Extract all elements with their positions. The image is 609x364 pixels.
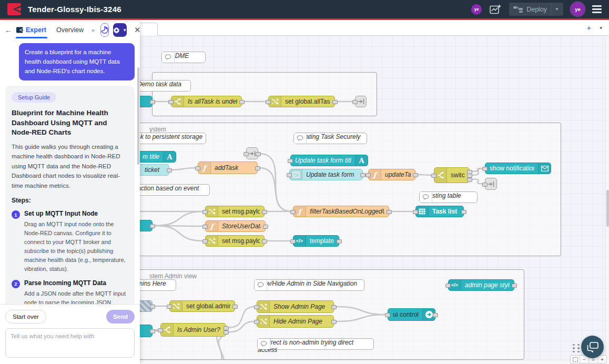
node-set-payload-1[interactable]: set msg.payload [205,206,265,217]
input-port[interactable] [431,174,437,178]
flow-group[interactable] [152,72,377,116]
output-port[interactable] [150,329,155,333]
vertical-scrollbar[interactable] [605,36,609,360]
comment-node[interactable]: README [161,52,206,63]
input-port[interactable] [266,100,271,104]
node-set-payload-2[interactable]: set msg.payload [205,235,265,247]
settings-dropdown-button[interactable]: ▼ [113,23,127,37]
node-is-alltask[interactable]: Is allTask is undefined [171,96,242,107]
input-port[interactable] [202,225,208,229]
comment-node[interactable]: sk to persistent storage [140,133,206,144]
node-store-user[interactable]: ƒStoreUserData [205,220,266,232]
panel-scrollbar-thumb[interactable] [137,67,139,165]
input-port[interactable] [290,239,296,244]
node-set-alltask[interactable]: set global.allTask [268,96,335,107]
input-port[interactable] [352,100,358,104]
input-port[interactable] [482,167,488,171]
output-port[interactable] [255,166,260,170]
node-link-out-2[interactable] [485,178,497,190]
node-add-task[interactable]: ƒaddTask [198,161,258,174]
output-port[interactable] [413,173,418,177]
deploy-caret-icon[interactable]: ▼ [555,7,559,12]
help-input[interactable] [5,328,135,358]
node-show-notif[interactable]: show notification [485,163,551,174]
add-flow-button[interactable]: + [587,24,591,32]
horizontal-scrollbar[interactable] [140,360,605,364]
output-port[interactable] [167,168,172,173]
node-ticket-cut[interactable]: ticket [140,164,169,176]
output-port[interactable] [331,305,337,309]
output-port[interactable] [461,210,466,214]
node-stub-top[interactable] [140,96,153,107]
output-port[interactable] [467,174,472,178]
output-port[interactable] [150,224,155,228]
output-port[interactable] [256,152,261,156]
tab-expert[interactable]: Expert [16,26,46,34]
input-port[interactable] [287,173,292,177]
usage-pie-button[interactable] [100,23,109,37]
output-port[interactable] [239,100,245,104]
output-port[interactable] [360,173,366,177]
input-port[interactable] [167,305,172,309]
node-show-admin[interactable]: Show Admin Page [257,300,334,313]
output-port[interactable] [332,100,338,104]
vertical-scrollbar-thumb[interactable] [606,190,609,227]
node-update-task[interactable]: ƒupdateTask [368,169,415,180]
node-set-admins[interactable]: set global.admins [169,300,235,312]
input-port[interactable] [254,320,259,324]
input-port[interactable] [202,210,208,214]
node-admin-style[interactable]: </>admin page style [448,279,514,291]
close-panel-icon[interactable]: ✕ [134,25,141,35]
more-tabs-chevrons-icon[interactable]: » [92,27,94,33]
input-port[interactable] [445,284,451,288]
node-hide-admin[interactable]: Hide Admin Page [257,315,334,328]
resize-grip-icon[interactable] [573,344,580,353]
assistant-chat-button[interactable] [581,336,604,358]
output-port[interactable] [263,225,268,229]
comment-node[interactable]: Show/Hide Admin in Side Navigation [254,279,364,291]
input-port[interactable] [290,210,296,214]
output-port[interactable] [150,305,155,309]
node-template[interactable]: </>template [293,235,339,247]
output-port[interactable] [224,330,229,335]
output-port[interactable] [150,100,155,104]
output-port[interactable] [331,320,337,324]
deploy-button[interactable]: Deploy ▼ [509,3,563,16]
output-port[interactable] [262,210,267,214]
send-button[interactable]: Send [106,310,135,323]
output-port[interactable] [337,239,342,244]
node-inject-stub[interactable] [140,300,153,312]
input-port[interactable] [202,239,208,244]
node-link-out-1[interactable] [355,96,367,107]
input-port[interactable] [243,152,249,156]
node-stub-bot[interactable] [140,325,153,337]
output-port[interactable] [512,284,517,288]
node-upd-form[interactable]: Update task form [289,169,363,180]
input-port[interactable] [385,313,390,317]
comment-node[interactable]: Redirect is non-admin trying direct acce… [257,338,374,350]
input-port[interactable] [413,210,418,214]
input-port[interactable] [158,328,163,332]
zoom-in-button[interactable]: + [597,356,606,363]
node-form-title-cut[interactable]: Am title [140,151,176,163]
node-ui-control[interactable]: ui control [388,308,435,321]
node-stub-mid[interactable] [140,220,153,231]
input-port[interactable] [195,166,200,170]
node-switch[interactable]: switch [434,167,470,183]
node-is-admin[interactable]: Is Admin User? [160,323,226,337]
avatar-small[interactable]: ye [471,4,482,15]
hamburger-menu-icon[interactable] [592,5,602,13]
node-upd-form-title[interactable]: AUpdate task form title [290,155,368,166]
input-port[interactable] [482,183,488,187]
comment-node[interactable]: Adjusting table [419,191,478,203]
fit-view-icon[interactable] [571,356,580,363]
output-port[interactable] [262,239,267,244]
input-port[interactable] [288,159,293,163]
comment-node[interactable]: action based on event [140,184,210,196]
output-port[interactable] [467,178,472,182]
node-link-in-1[interactable] [246,147,258,159]
avatar-large[interactable]: ye [571,3,584,16]
tab-overview[interactable]: Overview [56,26,84,34]
pipeline-assistant-icon[interactable] [490,4,501,15]
comment-node[interactable]: Updating Task Securely [293,133,367,144]
